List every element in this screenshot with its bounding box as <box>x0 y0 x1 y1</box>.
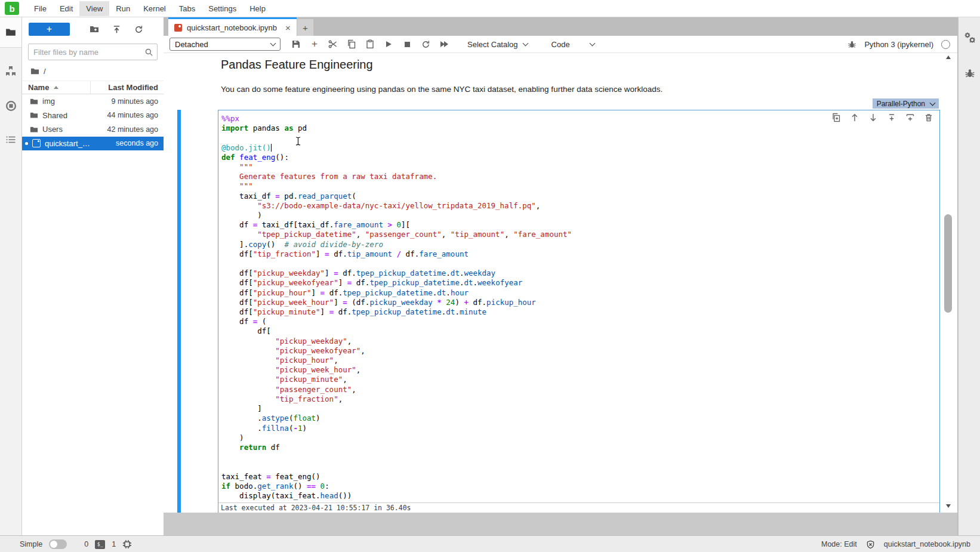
file-modified: seconds ago <box>116 139 164 147</box>
notebook-scrollbar[interactable] <box>944 53 953 513</box>
breadcrumb: / <box>22 60 164 81</box>
insert-cell-above-icon[interactable] <box>887 113 896 122</box>
kernel-chip-icon[interactable] <box>122 539 132 549</box>
folder-icon <box>5 27 16 38</box>
file-browser-toolbar: + <box>22 17 164 41</box>
delete-cell-icon[interactable] <box>924 113 933 122</box>
menu-run[interactable]: Run <box>109 1 137 16</box>
file-name: quickstart_… <box>45 139 90 148</box>
file-filter-input[interactable] <box>32 47 144 57</box>
sidebar-tab-running-kernels[interactable] <box>0 91 21 121</box>
execution-status: Last executed at 2023-04-21 10:55:17 in … <box>218 502 939 513</box>
terminal-icon[interactable]: $_ <box>95 540 105 549</box>
menu-settings[interactable]: Settings <box>202 1 243 16</box>
sort-ascending-icon <box>54 86 58 89</box>
file-modified: 9 minutes ago <box>111 97 164 106</box>
file-modified: 44 minutes ago <box>107 111 164 119</box>
modified-column-label: Last Modified <box>108 83 158 92</box>
current-file-label: quickstart_notebook.ipynb <box>884 540 970 548</box>
notebook-toolbar: Detached + Select Catalog <box>164 36 957 53</box>
paste-cells-button[interactable] <box>365 39 375 50</box>
menu-tabs[interactable]: Tabs <box>172 1 202 16</box>
cell-type-select[interactable]: Code <box>551 40 594 49</box>
notebook-icon <box>174 24 182 32</box>
save-button[interactable] <box>291 39 301 50</box>
file-name: Shared <box>42 111 67 120</box>
scroll-down-icon[interactable] <box>946 504 951 508</box>
folder-icon <box>30 125 38 134</box>
copy-cells-button[interactable] <box>346 39 357 50</box>
logo-letter: b <box>9 4 14 14</box>
duplicate-cell-icon[interactable] <box>831 113 841 122</box>
file-list-header: Name Last Modified <box>22 81 164 94</box>
folder-icon <box>30 97 38 106</box>
restart-run-all-button[interactable] <box>439 39 449 50</box>
trust-shield-icon <box>866 540 875 549</box>
chevron-down-icon <box>270 41 276 47</box>
tab-quickstart-notebook[interactable]: quickstart_notebook.ipynb × <box>168 17 297 36</box>
insert-cell-button[interactable]: + <box>309 39 320 50</box>
cluster-select[interactable]: Detached <box>170 38 281 51</box>
insert-cell-below-icon[interactable] <box>905 113 915 122</box>
markdown-cell[interactable]: Pandas Feature Engineering You can do so… <box>221 55 877 94</box>
catalog-select-label: Select Catalog <box>467 40 518 49</box>
file-row-img[interactable]: img 9 minutes ago <box>22 94 164 109</box>
sort-by-name-header[interactable]: Name <box>22 81 91 94</box>
cell-type-value: Code <box>551 40 570 49</box>
sidebar-tab-file-browser[interactable] <box>0 17 21 48</box>
notebook-content: Pandas Feature Engineering You can do so… <box>164 53 957 513</box>
new-folder-button[interactable] <box>90 24 99 34</box>
cut-cells-button[interactable] <box>328 39 338 50</box>
sidebar-tab-catalogs[interactable] <box>0 56 21 86</box>
file-row-shared[interactable]: Shared 44 minutes ago <box>22 109 164 123</box>
menu-view[interactable]: View <box>79 1 109 16</box>
file-row-quickstart-notebook[interactable]: quickstart_… seconds ago <box>22 137 164 151</box>
cell-toolbar <box>831 113 933 122</box>
debugger-bug-icon[interactable] <box>848 40 856 49</box>
new-tab-button[interactable]: + <box>297 19 313 36</box>
menu-edit[interactable]: Edit <box>53 1 79 16</box>
new-tab-label: + <box>303 23 308 33</box>
interrupt-kernel-button[interactable] <box>402 39 412 50</box>
new-launcher-label: + <box>47 24 52 35</box>
left-sidebar-strip <box>0 17 22 535</box>
terminals-count: 0 <box>84 540 88 548</box>
parallel-python-badge[interactable]: Parallel-Python <box>873 98 939 109</box>
restart-kernel-button[interactable] <box>420 39 431 50</box>
bug-icon <box>964 68 975 79</box>
home-folder-icon[interactable] <box>30 67 39 76</box>
sidebar-tab-table-of-contents[interactable] <box>0 125 21 155</box>
close-tab-icon[interactable]: × <box>285 23 291 33</box>
menu-help[interactable]: Help <box>243 1 272 16</box>
right-sidebar-strip <box>958 17 980 535</box>
menu-kernel[interactable]: Kernel <box>137 1 172 16</box>
cell-collapser[interactable] <box>177 110 181 513</box>
folder-icon <box>30 111 38 119</box>
file-name: img <box>42 97 55 106</box>
menu-file[interactable]: File <box>27 1 53 16</box>
move-cell-up-icon[interactable] <box>850 113 859 122</box>
move-cell-down-icon[interactable] <box>868 113 878 122</box>
sort-by-modified-header[interactable]: Last Modified <box>91 83 164 92</box>
kernel-status-icon[interactable] <box>941 40 950 49</box>
refresh-icon[interactable] <box>134 25 143 34</box>
main-dock-panel: quickstart_notebook.ipynb × + Detached + <box>164 17 957 535</box>
sidebar-tab-property-inspector[interactable] <box>959 24 980 51</box>
file-filter-box <box>28 44 158 60</box>
simple-mode-label: Simple <box>20 540 42 548</box>
badge-label: Parallel-Python <box>877 100 925 108</box>
sidebar-tab-debugger[interactable] <box>959 60 980 87</box>
code-editor[interactable]: %%pximport pandas as pd @bodo.jit()def f… <box>218 110 939 503</box>
kernels-count: 1 <box>112 540 116 548</box>
new-launcher-button[interactable]: + <box>29 23 70 36</box>
file-row-users[interactable]: Users 42 minutes ago <box>22 122 164 137</box>
simple-mode-toggle[interactable] <box>49 539 67 549</box>
catalog-select[interactable]: Select Catalog <box>467 40 528 49</box>
scrollbar-thumb[interactable] <box>944 214 952 313</box>
scroll-up-icon[interactable] <box>946 55 951 59</box>
status-bar: Simple 0 $_ 1 Mode: Edit quickstart_note… <box>0 535 980 552</box>
upload-icon[interactable] <box>112 25 121 34</box>
breadcrumb-root[interactable]: / <box>44 67 46 76</box>
kernel-name[interactable]: Python 3 (ipykernel) <box>864 40 933 49</box>
run-button[interactable] <box>383 39 394 50</box>
